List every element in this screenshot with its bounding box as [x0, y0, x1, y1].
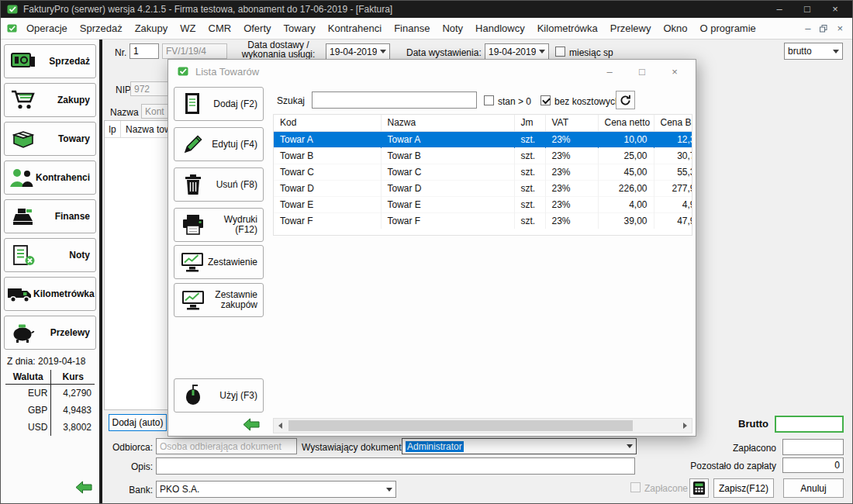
dodaj-button[interactable]: Dodaj (F2): [174, 87, 264, 121]
sidebar-item-finanse[interactable]: Finanse: [4, 199, 96, 233]
arrow-left-icon[interactable]: [243, 418, 260, 433]
minimize-icon[interactable]: –: [765, 1, 793, 18]
maximize-icon[interactable]: □: [793, 1, 821, 18]
scroll-right-icon[interactable]: [679, 419, 692, 433]
menu-operacje[interactable]: Operacje: [20, 22, 74, 34]
titlebar: FakturyPro (serwer) wersja 4.2.1.5 - Fir…: [1, 1, 852, 18]
horizontal-scrollbar[interactable]: [273, 418, 692, 433]
menu-oferty[interactable]: Oferty: [237, 22, 277, 34]
paid-label: Zapłacono: [699, 443, 776, 454]
price-mode-select[interactable]: brutto: [784, 43, 843, 60]
name-label: Nazwa: [110, 107, 139, 118]
sidebar-item-kontrahenci[interactable]: Kontrahenci: [4, 161, 96, 195]
costless-checkbox[interactable]: [540, 95, 551, 105]
menu-zakupy[interactable]: Zakupy: [129, 22, 174, 34]
sidebar-item-sprzedaz[interactable]: Sprzedaż: [4, 44, 96, 78]
wydruki-button[interactable]: Wydruki (F12): [174, 208, 264, 242]
calculator-button[interactable]: [689, 478, 709, 498]
sidebar-item-noty[interactable]: Noty: [4, 238, 96, 272]
refresh-button[interactable]: [616, 91, 635, 109]
app-icon: [7, 4, 18, 15]
issue-date-label: Data wystawienia:: [406, 47, 482, 58]
edytuj-button[interactable]: Edytuj (F4): [174, 127, 264, 161]
mdi-minimize-icon[interactable]: –: [805, 22, 810, 34]
rates-header-waluta: Waluta: [5, 370, 51, 385]
invoice-number-input[interactable]: [130, 43, 159, 59]
goods-table: Kod Nazwa Jm VAT Cena netto Cena Brutto …: [274, 115, 692, 229]
sidebar-item-towary[interactable]: Towary: [4, 122, 96, 156]
arrow-left-icon[interactable]: [75, 481, 92, 496]
menu-o-programie[interactable]: O programie: [694, 22, 762, 34]
mdi-restore-icon[interactable]: [820, 25, 827, 33]
menu-przelewy[interactable]: Przelewy: [604, 22, 658, 34]
box-icon: [7, 129, 40, 149]
rate-row: GBP 4,9483: [5, 402, 95, 419]
search-label: Szukaj: [277, 95, 305, 106]
chart-icon: [178, 251, 208, 273]
table-row-towar-a[interactable]: Towar ATowar Aszt.23%10,0012,3: [274, 131, 692, 147]
delivery-date-label: Data dostawy / wykonania usługi:: [233, 40, 323, 59]
goods-table-header[interactable]: Kod Nazwa Jm VAT Cena netto Cena Brutto: [274, 115, 692, 131]
scrollbar-track[interactable]: [287, 419, 679, 433]
truck-icon: [7, 284, 33, 304]
menu-sprzedaz[interactable]: Sprzedaż: [74, 22, 129, 34]
menu-wz[interactable]: WZ: [174, 22, 202, 34]
bank-select[interactable]: PKO S.A.: [156, 481, 396, 498]
dialog-maximize-icon[interactable]: □: [626, 66, 658, 78]
paid-checkbox: [630, 482, 641, 492]
menu-finanse[interactable]: Finanse: [388, 22, 436, 34]
rates-header-kurs: Kurs: [51, 370, 95, 385]
close-icon[interactable]: ×: [821, 1, 849, 18]
table-row-towar-c[interactable]: Towar CTowar Cszt.23%45,0055,3: [274, 164, 692, 180]
chevron-down-icon: [377, 44, 389, 59]
sidebar-item-zakupy[interactable]: Zakupy: [4, 83, 96, 117]
month-checkbox[interactable]: [555, 47, 565, 57]
bank-label: Bank:: [94, 485, 153, 495]
dialog-close-icon[interactable]: ×: [658, 66, 691, 78]
issue-date-select[interactable]: 19-04-2019: [485, 43, 549, 60]
menu-kontrahenci[interactable]: Kontrahenci: [322, 22, 388, 34]
menu-towary[interactable]: Towary: [278, 22, 322, 34]
paid-checkbox-label: Zapłacone: [644, 483, 688, 494]
table-row-towar-f[interactable]: Towar FTowar Fszt.23%39,0047,9: [274, 212, 692, 229]
table-row-towar-e[interactable]: Towar ETowar Eszt.23%4,004,9: [274, 196, 692, 212]
exchange-rates-table: Waluta Kurs EUR 4,2790 GBP 4,9483 USD 3,…: [5, 370, 95, 436]
uzyj-button[interactable]: Użyj (F3): [174, 378, 264, 413]
stock-checkbox[interactable]: [484, 95, 494, 105]
paid-field[interactable]: [782, 439, 844, 455]
issuer-value: Administrator: [406, 441, 464, 452]
banknote-icon: [7, 52, 40, 71]
sidebar-item-przelewy[interactable]: Przelewy: [4, 316, 96, 350]
delivery-date-select[interactable]: 19-04-2019: [326, 43, 390, 60]
table-row-towar-d[interactable]: Towar DTowar Dszt.23%226,00277,9: [274, 180, 692, 196]
scroll-left-icon[interactable]: [274, 419, 287, 433]
add-auto-button[interactable]: Dodaj (auto): [109, 414, 167, 431]
zestawienie-button[interactable]: Zestawienie: [174, 245, 264, 279]
nip-label: NIP: [116, 85, 131, 95]
brutto-total-field[interactable]: [775, 416, 844, 433]
zestawienie-zakupow-button[interactable]: Zestawnie zakupów: [174, 283, 264, 317]
goods-table-wrap: Kod Nazwa Jm VAT Cena netto Cena Brutto …: [273, 114, 692, 236]
lista-towarow-dialog: Lista Towarów – □ × Dodaj (F2) Edytuj (F…: [167, 59, 696, 437]
table-row-towar-b[interactable]: Towar BTowar Bszt.23%25,0030,7: [274, 147, 692, 164]
menu-okno[interactable]: Okno: [657, 22, 693, 34]
menu-noty[interactable]: Noty: [436, 22, 469, 34]
description-input[interactable]: [156, 457, 635, 475]
cart-icon: [7, 90, 40, 110]
menu-cmr[interactable]: CMR: [202, 22, 238, 34]
menu-handlowcy[interactable]: Handlowcy: [469, 22, 531, 34]
remaining-label: Pozostało do zapłaty: [664, 461, 776, 471]
usun-button[interactable]: Usuń (F8): [174, 167, 264, 202]
cancel-button[interactable]: Anuluj: [783, 478, 844, 498]
scrollbar-thumb[interactable]: [288, 420, 633, 431]
calculator-icon: [692, 481, 706, 495]
dialog-minimize-icon[interactable]: –: [593, 66, 626, 78]
recipient-input[interactable]: [156, 438, 297, 454]
mouse-icon: [178, 384, 209, 407]
mdi-close-icon[interactable]: ×: [837, 22, 843, 34]
search-input[interactable]: [312, 91, 477, 109]
save-button[interactable]: Zapisz(F12): [713, 478, 774, 498]
issuer-select[interactable]: Administrator: [402, 438, 637, 454]
sidebar-item-kilometrowka[interactable]: Kilometrówka: [4, 277, 96, 311]
menu-kilometrowka[interactable]: Kilometrówka: [531, 22, 604, 34]
